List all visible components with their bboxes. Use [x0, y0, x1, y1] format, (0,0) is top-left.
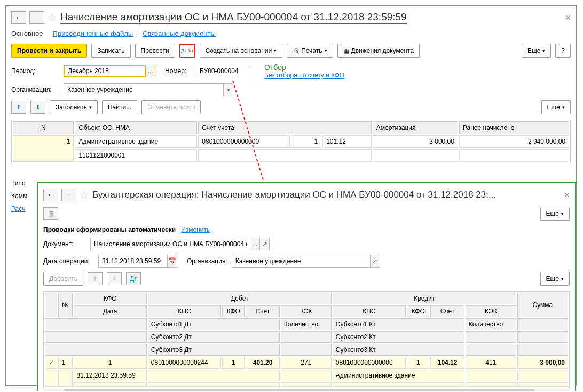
entry-row[interactable]: [45, 382, 568, 387]
entry-row[interactable]: ✓ 1 1 0801000000000244 1 401.20 271 0801…: [45, 357, 568, 369]
number-input[interactable]: [196, 65, 249, 77]
inner-org-input[interactable]: [232, 255, 371, 268]
check-icon: ✓: [45, 357, 57, 369]
inner-nav-fwd-button[interactable]: →: [61, 189, 76, 201]
print-button[interactable]: 🖨Печать: [287, 44, 333, 58]
report-icon: ▦: [343, 47, 349, 54]
h-scrollbar[interactable]: [43, 389, 570, 391]
number-label: Номер:: [165, 67, 192, 75]
nav-fwd-button[interactable]: →: [29, 11, 44, 24]
tab-main[interactable]: Основное: [11, 29, 43, 37]
printer-icon: 🖨: [293, 47, 299, 54]
inner-report-icon[interactable]: ▥: [43, 207, 58, 220]
fill-button[interactable]: Заполнить: [50, 100, 98, 114]
post-button[interactable]: Провести: [135, 44, 175, 58]
tab-related[interactable]: Связанные документы: [143, 29, 216, 37]
filter-link[interactable]: Без отбора по счету и КФО: [264, 72, 344, 79]
dtkt-button[interactable]: ДтКт: [179, 44, 195, 58]
col-n: N: [13, 121, 74, 134]
inner-org-open-button[interactable]: ↗: [371, 255, 380, 268]
period-input[interactable]: [64, 65, 146, 77]
inner-up-button: ⬆: [88, 272, 103, 285]
nav-back-button[interactable]: ←: [11, 11, 26, 24]
date-input[interactable]: [98, 255, 168, 268]
date-label: Дата операции:: [43, 257, 94, 265]
doc-more-button[interactable]: ...: [250, 238, 260, 250]
create-based-button[interactable]: Создать на основании: [200, 44, 283, 58]
edit-link[interactable]: Изменить: [181, 226, 210, 233]
doc-label: Документ:: [43, 240, 86, 248]
assets-table: N Объект ОС, НМА Счет учета Амортизация …: [11, 120, 571, 163]
move-down-button[interactable]: ⬇: [30, 101, 45, 114]
date-picker-button[interactable]: 📅: [168, 255, 177, 268]
period-label: Период:: [11, 67, 59, 75]
movements-button[interactable]: ▦Движения документа: [337, 44, 420, 58]
entry-row[interactable]: 31.12.2018 23:59:59 Административное зда…: [45, 370, 568, 381]
inner-down-button: ⬇: [107, 272, 122, 285]
inner-nav-back-button[interactable]: ←: [43, 189, 58, 201]
star-icon[interactable]: ☆: [48, 11, 57, 24]
close-icon[interactable]: ×: [565, 12, 571, 23]
inner-dtkt-button[interactable]: Дт: [126, 272, 141, 285]
auto-generated-label: Проводки сформированы автоматически: [43, 226, 176, 233]
doc-open-button[interactable]: ↗: [260, 238, 270, 250]
entries-table: № КФО Дебет Кредит Сумма Дата КПС КФО Сч…: [43, 291, 570, 388]
table-row[interactable]: 1 Административное здание 08010000000000…: [13, 135, 569, 148]
org-label: Организация:: [11, 86, 59, 93]
inner-list-more-button[interactable]: Еще: [540, 272, 570, 286]
inner-close-icon[interactable]: ×: [564, 190, 570, 201]
list-more-button[interactable]: Еще: [541, 100, 571, 114]
org-input[interactable]: [64, 83, 224, 96]
inner-star-icon[interactable]: ☆: [80, 189, 89, 201]
find-button[interactable]: Найти...: [102, 100, 137, 114]
col-amort: Амортизация: [373, 121, 458, 134]
col-prev: Ранее начислено: [459, 121, 569, 134]
cancel-search-button: Отменить поиск: [141, 100, 201, 114]
inner-more-button[interactable]: Еще: [540, 207, 570, 221]
inner-title: Бухгалтерская операция: Начисление аморт…: [92, 190, 496, 200]
org-dropdown-button[interactable]: ▾: [224, 83, 233, 96]
post-close-button[interactable]: Провести и закрыть: [11, 44, 87, 58]
doc-input[interactable]: [90, 238, 250, 250]
filter-label: Отбор: [264, 63, 344, 72]
help-button[interactable]: ?: [555, 44, 571, 58]
table-row[interactable]: 1101121000001: [13, 149, 569, 162]
col-acct: Счет учета: [198, 121, 371, 134]
tab-files[interactable]: Присоединенные файлы: [53, 29, 133, 37]
period-picker-button[interactable]: ...: [146, 65, 155, 77]
page-title: Начисление амортизации ОС и НМА БУ00-000…: [60, 11, 407, 24]
inner-org-label: Организация:: [187, 257, 227, 265]
col-obj: Объект ОС, НМА: [75, 121, 197, 134]
add-button: Добавить: [43, 272, 83, 286]
more-button[interactable]: Еще: [522, 44, 551, 58]
move-up-button[interactable]: ⬆: [11, 101, 26, 114]
save-button[interactable]: Записать: [91, 44, 130, 58]
